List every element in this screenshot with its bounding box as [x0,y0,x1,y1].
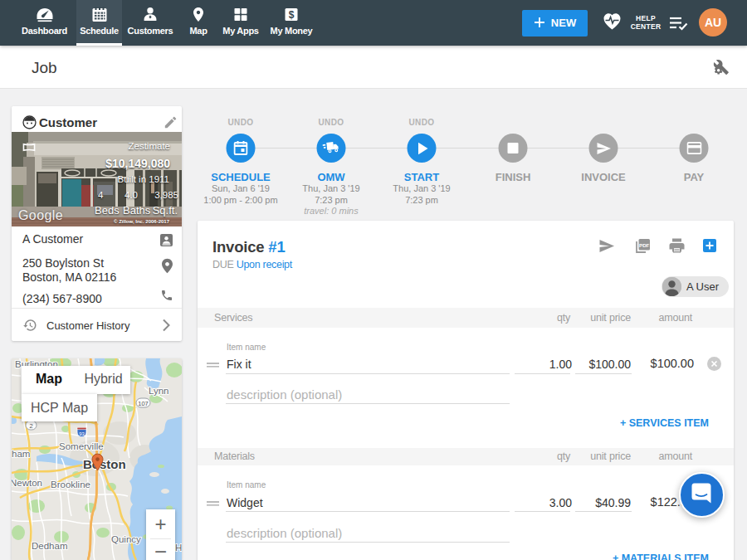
svg-text:Dedham: Dedham [32,541,67,551]
svg-text:Boston: Boston [83,457,126,471]
svg-text:PDF: PDF [639,242,650,248]
svg-text:2: 2 [29,422,32,430]
svg-text:ham: ham [12,449,30,459]
svg-text:Somerville: Somerville [59,441,104,451]
svg-text:Hi: Hi [175,543,182,553]
svg-text:Lynn: Lynn [149,386,169,396]
svg-text:Quincy: Quincy [111,534,141,544]
svg-text:93: 93 [79,431,85,436]
svg-text:Brookline: Brookline [51,480,90,489]
svg-text:$: $ [289,9,295,21]
svg-text:Newton: Newton [12,478,42,488]
svg-text:107: 107 [138,400,149,407]
